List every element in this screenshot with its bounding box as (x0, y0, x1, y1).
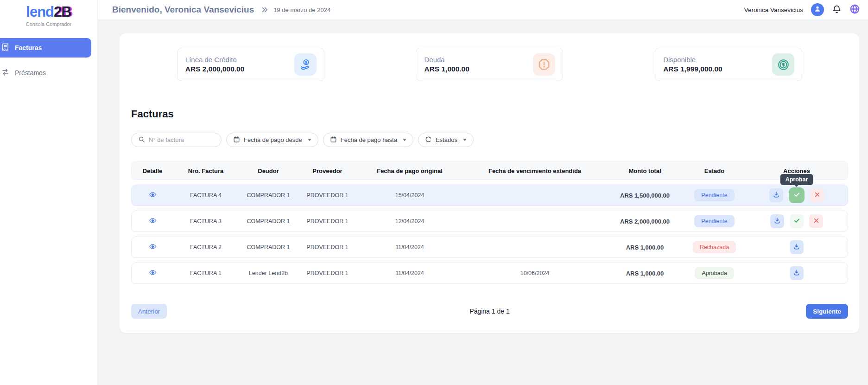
filter-label: Fecha de pago desde (244, 136, 302, 143)
notifications-button[interactable] (832, 4, 842, 15)
sidebar-item-prestamos[interactable]: Préstamos (0, 63, 91, 83)
column-header: Fecha de pago original (377, 167, 443, 174)
logo-text: lend2B (0, 4, 97, 20)
cell-deudor: COMPRADOR 1 (247, 192, 290, 199)
stat-card-linea-credito: Línea de Crédito ARS 2,000,000.00 (177, 48, 324, 81)
check-icon (793, 217, 800, 225)
stat-value: ARS 1,999,000.00 (663, 65, 722, 73)
invoices-table: DetalleNro. FacturaDeudorProveedorFecha … (131, 161, 848, 284)
column-header: Estado (704, 167, 724, 174)
column-header: Proveedor (312, 167, 342, 174)
calendar-icon (233, 136, 240, 144)
invoice-search-field[interactable] (131, 133, 222, 147)
chevron-down-icon (463, 139, 467, 141)
stat-card-disponible: Disponible ARS 1,999,000.00 (655, 48, 802, 81)
bell-icon (832, 4, 842, 15)
download-button[interactable] (770, 214, 784, 228)
detail-cell (149, 191, 157, 200)
cell-deudor: COMPRADOR 1 (247, 244, 290, 250)
stat-label: Disponible (663, 56, 722, 64)
welcome-title: Bienvenido, Veronica Vansevicius (112, 5, 254, 15)
detail-cell (149, 269, 157, 278)
view-detail-button[interactable] (149, 191, 157, 200)
download-icon (773, 217, 781, 226)
language-button[interactable] (849, 4, 860, 16)
chevron-down-icon (308, 139, 311, 141)
column-header: Deudor (258, 167, 279, 174)
cell-fecha-pago-original: 11/04/2024 (395, 270, 424, 276)
cell-fecha-pago-original: 15/04/2024 (395, 192, 424, 199)
reject-button[interactable] (810, 188, 824, 202)
status-badge: Aprobada (695, 267, 734, 279)
download-icon (793, 269, 800, 278)
sidebar: lend2B Consola Comprador Facturas Présta… (0, 0, 98, 385)
view-detail-button[interactable] (149, 217, 157, 226)
cell-fecha-vencimiento: 10/06/2024 (520, 270, 550, 276)
detail-cell (149, 217, 157, 226)
status-badge: Rechazada (693, 241, 736, 253)
reject-button[interactable] (809, 214, 823, 228)
coins-icon (772, 53, 794, 76)
next-page-button[interactable]: Siguiente (806, 304, 848, 319)
cell-deudor: COMPRADOR 1 (247, 218, 290, 225)
status-badge: Pendiente (694, 189, 734, 201)
calendar-icon (330, 136, 337, 144)
download-button[interactable] (769, 188, 783, 202)
view-detail-button[interactable] (149, 243, 157, 252)
user-name: Veronica Vansevicius (744, 6, 803, 13)
stat-label: Deuda (424, 56, 469, 64)
filter-date-to-button[interactable]: Fecha de pago hasta (323, 133, 413, 147)
stats-row: Línea de Crédito ARS 2,000,000.00 Deuda … (131, 48, 848, 81)
eye-icon (149, 243, 157, 252)
cell-nro-factura: FACTURA 1 (190, 270, 222, 276)
download-button[interactable] (790, 266, 804, 280)
main-area: Bienvenido, Veronica Vansevicius 19 de m… (98, 0, 868, 385)
check-icon (793, 191, 800, 199)
cell-deudor: Lender Lend2b (249, 270, 288, 276)
cell-proveedor: PROVEEDOR 1 (306, 244, 348, 250)
column-header: Acciones (783, 167, 810, 174)
actions-cell (790, 240, 804, 254)
logo-lend: lend (26, 4, 54, 20)
stat-value: ARS 2,000,000.00 (185, 65, 245, 73)
sidebar-item-facturas[interactable]: Facturas (0, 38, 91, 58)
download-button[interactable] (790, 240, 804, 254)
eye-icon (149, 217, 157, 226)
cell-nro-factura: FACTURA 4 (190, 192, 222, 199)
pagination: Anterior Página 1 de 1 Siguiente (131, 304, 848, 319)
avatar[interactable] (811, 3, 824, 16)
approve-button[interactable] (790, 214, 804, 228)
chevron-down-icon (403, 139, 406, 141)
cell-nro-factura: FACTURA 2 (190, 244, 222, 250)
header-date: 19 de marzo de 2024 (273, 6, 330, 13)
cell-estado: Pendiente (694, 189, 734, 201)
console-subtitle: Consola Comprador (0, 21, 97, 27)
x-icon (813, 218, 819, 225)
previous-page-button[interactable]: Anterior (131, 304, 167, 319)
filter-label: Fecha de pago hasta (341, 136, 397, 143)
view-detail-button[interactable] (149, 269, 157, 278)
top-bar: Bienvenido, Veronica Vansevicius 19 de m… (98, 0, 868, 20)
eye-icon (149, 191, 157, 200)
approve-button[interactable]: Aprobar (789, 187, 805, 203)
filter-date-from-button[interactable]: Fecha de pago desde (226, 133, 318, 147)
status-circle-icon (425, 136, 432, 144)
cell-estado: Rechazada (693, 241, 736, 253)
topbar-right: Veronica Vansevicius (744, 3, 860, 16)
column-header: Monto total (628, 167, 661, 174)
cell-monto-total: ARS 1,500,000.00 (620, 192, 670, 199)
globe-icon (849, 4, 860, 16)
status-badge: Pendiente (694, 215, 734, 227)
content-area: Línea de Crédito ARS 2,000,000.00 Deuda … (98, 20, 868, 385)
receipt-icon (1, 43, 9, 52)
column-header: Nro. Factura (188, 167, 224, 174)
filter-states-button[interactable]: Estados (418, 133, 474, 147)
column-header: Fecha de vencimiento extendida (488, 167, 581, 174)
cell-estado: Pendiente (694, 215, 734, 227)
table-body: FACTURA 4 COMPRADOR 1 PROVEEDOR 1 15/04/… (131, 185, 848, 284)
cell-nro-factura: FACTURA 3 (190, 218, 222, 225)
search-icon (138, 136, 145, 144)
search-input[interactable] (149, 136, 215, 143)
cell-fecha-pago-original: 12/04/2024 (395, 218, 424, 225)
download-icon (773, 191, 780, 200)
